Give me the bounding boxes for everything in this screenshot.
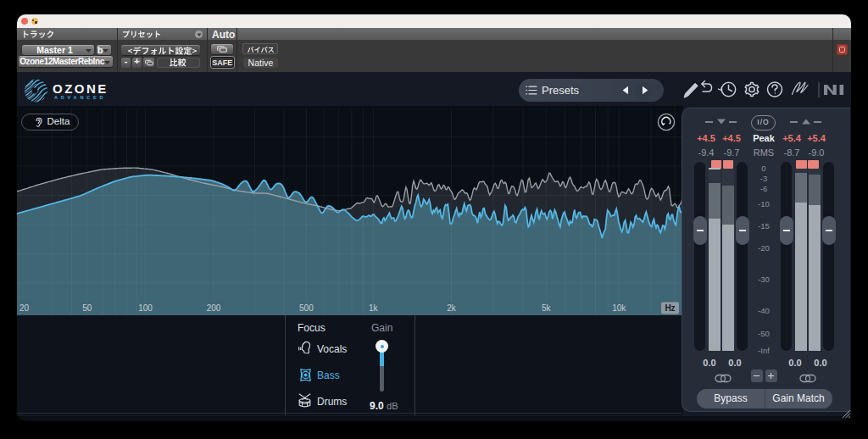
svg-text:2k: 2k: [447, 303, 457, 313]
svg-text:50: 50: [82, 303, 92, 313]
svg-text:500: 500: [299, 303, 314, 313]
svg-text:5k: 5k: [542, 303, 552, 313]
svg-text:10k: 10k: [612, 303, 626, 313]
svg-text:200: 200: [207, 303, 221, 313]
svg-text:100: 100: [138, 303, 153, 313]
svg-text:Hz: Hz: [665, 303, 675, 313]
svg-text:20: 20: [19, 303, 30, 313]
svg-text:1k: 1k: [369, 303, 379, 313]
